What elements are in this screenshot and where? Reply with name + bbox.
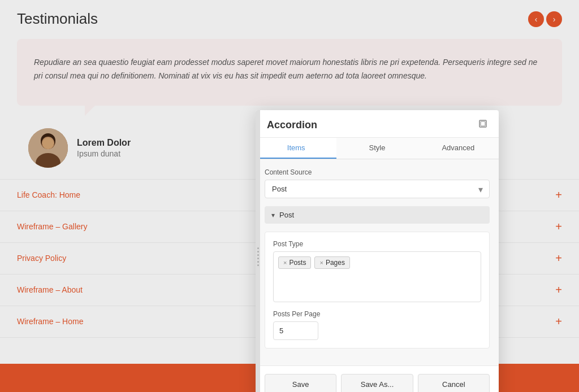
tab-style[interactable]: Style	[336, 138, 417, 159]
content-source-select-wrapper: Post Custom Query	[265, 180, 490, 198]
tag-posts-label: Posts	[289, 259, 306, 267]
tag-pages-remove[interactable]: ×	[319, 259, 323, 266]
post-section-header[interactable]: ▾ Post	[265, 206, 490, 224]
cancel-button[interactable]: Cancel	[418, 374, 490, 392]
post-type-label: Post Type	[273, 240, 481, 248]
tag-pages[interactable]: × Pages	[314, 256, 349, 269]
posts-per-page-label: Posts Per Page	[273, 310, 481, 318]
drag-dot-3	[257, 254, 259, 256]
tag-posts[interactable]: × Posts	[278, 256, 311, 269]
content-source-select[interactable]: Post Custom Query	[265, 180, 490, 198]
tab-advanced[interactable]: Advanced	[418, 138, 499, 159]
content-source-label: Content Source	[265, 168, 490, 176]
main-content: Testimonials ‹ › Repudiare an sea quaest…	[0, 0, 579, 392]
drag-dot-6	[257, 264, 259, 266]
tag-posts-remove[interactable]: ×	[283, 259, 287, 266]
modal-tabs: Items Style Advanced	[256, 138, 499, 159]
post-type-area[interactable]: × Posts × Pages	[273, 251, 481, 302]
section-collapse-arrow: ▾	[271, 211, 275, 219]
post-section-content: Post Type × Posts × Pages	[265, 232, 490, 349]
modal-overlay: Accordion Items Style Advanced Conten	[0, 0, 579, 392]
posts-per-page-group: Posts Per Page	[273, 310, 481, 340]
save-button[interactable]: Save	[265, 374, 336, 392]
content-source-group: Content Source Post Custom Query	[265, 168, 490, 198]
drag-dot-5	[257, 261, 259, 263]
post-type-group: Post Type × Posts × Pages	[273, 240, 481, 302]
save-as-button[interactable]: Save As...	[341, 374, 413, 392]
svg-rect-7	[481, 121, 485, 126]
modal-drag-handle[interactable]	[256, 110, 260, 392]
drag-dot-1	[257, 247, 259, 249]
modal-title: Accordion	[267, 119, 317, 131]
modal-body: Content Source Post Custom Query ▾ Post	[256, 159, 499, 365]
tab-items[interactable]: Items	[256, 138, 336, 159]
modal: Accordion Items Style Advanced Conten	[256, 110, 499, 392]
drag-dot-4	[257, 258, 259, 259]
posts-per-page-input[interactable]	[273, 321, 318, 340]
section-title: Post	[279, 211, 294, 219]
maximize-button[interactable]	[476, 118, 490, 132]
tag-pages-label: Pages	[326, 259, 345, 267]
drag-dot-2	[257, 251, 259, 252]
modal-header: Accordion	[256, 110, 499, 138]
modal-footer: Save Save As... Cancel	[256, 365, 499, 392]
